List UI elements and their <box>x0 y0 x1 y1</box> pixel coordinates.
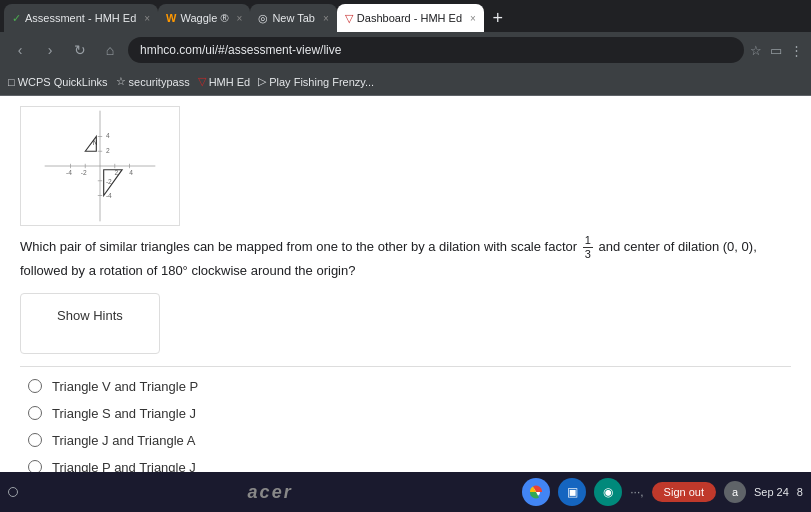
radio-a[interactable] <box>28 379 42 393</box>
fraction-denominator: 3 <box>583 248 593 261</box>
tab-close-assessment[interactable]: × <box>144 13 150 24</box>
home-button[interactable]: ⌂ <box>98 38 122 62</box>
taskbar-left <box>8 487 18 497</box>
radio-c[interactable] <box>28 433 42 447</box>
menu-icon[interactable]: ⋮ <box>790 43 803 58</box>
bookmark-wcps[interactable]: □ WCPS QuickLinks <box>8 76 108 88</box>
choice-a-label: Triangle V and Triangle P <box>52 379 198 394</box>
question-text: Which pair of similar triangles can be m… <box>20 234 791 281</box>
answer-choices: Triangle V and Triangle P Triangle S and… <box>20 379 791 472</box>
divider <box>20 366 791 367</box>
bookmarks-bar: □ WCPS QuickLinks ☆ securitypass ▽ HMH E… <box>0 68 811 96</box>
sign-out-button[interactable]: Sign out <box>652 482 716 502</box>
bookmark-fishing-icon: ▷ <box>258 75 266 88</box>
svg-text:-2: -2 <box>106 178 112 185</box>
tab-close-newtab[interactable]: × <box>323 13 329 24</box>
tab-dashboard[interactable]: ▽ Dashboard - HMH Ed × <box>337 4 484 32</box>
chrome-taskbar-icon[interactable] <box>522 478 550 506</box>
address-bar[interactable]: hmhco.com/ui/#/assessment-view/live <box>128 37 744 63</box>
back-button[interactable]: ‹ <box>8 38 32 62</box>
tab-label-assessment: Assessment - HMH Ed <box>25 12 136 24</box>
address-bar-row: ‹ › ↻ ⌂ hmhco.com/ui/#/assessment-view/l… <box>0 32 811 68</box>
choice-c-label: Triangle J and Triangle A <box>52 433 195 448</box>
coordinate-graph: -4 -2 2 4 4 2 -2 -4 N <box>21 107 179 225</box>
bookmark-securitypass[interactable]: ☆ securitypass <box>116 75 190 88</box>
tab-bar: ✓ Assessment - HMH Ed × W Waggle ® × ◎ N… <box>0 0 811 32</box>
question-text-part1: Which pair of similar triangles can be m… <box>20 239 577 254</box>
new-tab-button[interactable]: + <box>484 4 512 32</box>
cast-icon[interactable]: ▭ <box>770 43 782 58</box>
tab-assessment[interactable]: ✓ Assessment - HMH Ed × <box>4 4 158 32</box>
bookmark-hmh-icon: ▽ <box>198 75 206 88</box>
app-icon: ◉ <box>603 485 613 499</box>
svg-text:4: 4 <box>106 132 110 139</box>
svg-text:-4: -4 <box>106 192 112 199</box>
address-text: hmhco.com/ui/#/assessment-view/live <box>140 43 341 57</box>
tab-favicon-dashboard: ▽ <box>345 12 353 25</box>
tab-favicon-waggle: W <box>166 12 176 24</box>
tab-close-dashboard[interactable]: × <box>470 13 476 24</box>
tab-waggle[interactable]: W Waggle ® × <box>158 4 250 32</box>
chrome-icon <box>528 484 544 500</box>
choice-d[interactable]: Triangle P and Triangle J <box>28 460 791 472</box>
bookmark-wcps-icon: □ <box>8 76 15 88</box>
svg-text:2: 2 <box>106 147 110 154</box>
browser-chrome: ✓ Assessment - HMH Ed × W Waggle ® × ◎ N… <box>0 0 811 96</box>
choice-b[interactable]: Triangle S and Triangle J <box>28 406 791 421</box>
bookmark-security-label: securitypass <box>129 76 190 88</box>
address-bar-icons: ☆ ▭ ⋮ <box>750 43 803 58</box>
svg-text:-4: -4 <box>66 169 72 176</box>
bookmark-fishing[interactable]: ▷ Play Fishing Frenzy... <box>258 75 374 88</box>
dots-label: ···, <box>630 485 643 499</box>
meet-taskbar-icon[interactable]: ▣ <box>558 478 586 506</box>
radio-b[interactable] <box>28 406 42 420</box>
taskbar-right: ▣ ◉ ···, Sign out a Sep 24 8 <box>522 478 803 506</box>
star-icon[interactable]: ☆ <box>750 43 762 58</box>
bookmark-security-icon: ☆ <box>116 75 126 88</box>
tab-newtab[interactable]: ◎ New Tab × <box>250 4 336 32</box>
choice-b-label: Triangle S and Triangle J <box>52 406 196 421</box>
tab-favicon-newtab: ◎ <box>258 12 268 25</box>
taskbar-circle <box>8 487 18 497</box>
fraction-numerator: 1 <box>583 234 593 248</box>
tab-label-dashboard: Dashboard - HMH Ed <box>357 12 462 24</box>
choice-a[interactable]: Triangle V and Triangle P <box>28 379 791 394</box>
tab-close-waggle[interactable]: × <box>237 13 243 24</box>
page-content: -4 -2 2 4 4 2 -2 -4 N Which pair of simi… <box>0 96 811 472</box>
time-label: 8 <box>797 486 803 498</box>
svg-text:-2: -2 <box>81 169 87 176</box>
fraction: 1 3 <box>583 234 593 261</box>
tab-label-waggle: Waggle ® <box>180 12 228 24</box>
svg-text:4: 4 <box>129 169 133 176</box>
choice-c[interactable]: Triangle J and Triangle A <box>28 433 791 448</box>
question-area: -4 -2 2 4 4 2 -2 -4 N Which pair of simi… <box>0 96 811 472</box>
user-avatar[interactable]: a <box>724 481 746 503</box>
bookmark-wcps-label: WCPS QuickLinks <box>18 76 108 88</box>
bookmark-fishing-label: Play Fishing Frenzy... <box>269 76 374 88</box>
reload-button[interactable]: ↻ <box>68 38 92 62</box>
date-label: Sep 24 <box>754 486 789 498</box>
taskbar: acer ▣ ◉ ···, Sign out a Sep 24 8 <box>0 472 811 512</box>
tab-favicon-assessment: ✓ <box>12 12 21 25</box>
tab-label-newtab: New Tab <box>272 12 315 24</box>
graph-container: -4 -2 2 4 4 2 -2 -4 N <box>20 106 180 226</box>
radio-d[interactable] <box>28 460 42 472</box>
acer-logo: acer <box>248 482 293 503</box>
bookmark-hmh-label: HMH Ed <box>209 76 251 88</box>
show-hints-button[interactable]: Show Hints <box>41 300 139 331</box>
meet-icon: ▣ <box>567 485 578 499</box>
app-taskbar-icon[interactable]: ◉ <box>594 478 622 506</box>
svg-text:N: N <box>93 139 98 146</box>
choice-d-label: Triangle P and Triangle J <box>52 460 196 472</box>
bookmark-hmh[interactable]: ▽ HMH Ed <box>198 75 251 88</box>
forward-button[interactable]: › <box>38 38 62 62</box>
